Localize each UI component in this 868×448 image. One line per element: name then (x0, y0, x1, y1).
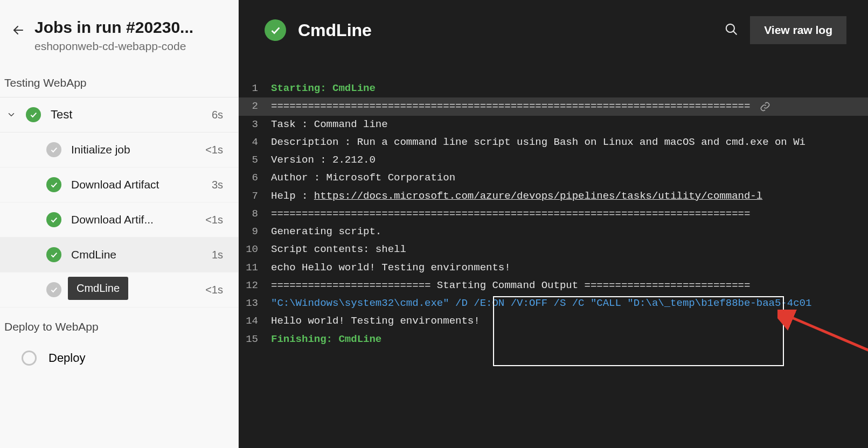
log-text: Script contents: shell (271, 241, 406, 258)
app-root: Jobs in run #20230... eshoponweb-cd-weba… (0, 0, 868, 448)
sidebar: Jobs in run #20230... eshoponweb-cd-weba… (0, 0, 239, 448)
line-number: 14 (239, 312, 271, 330)
step-row[interactable]: CmdLine1s (0, 237, 238, 272)
log-line[interactable]: 5Version : 2.212.0 (239, 151, 868, 169)
line-number: 3 (239, 116, 271, 134)
step-name: CmdLine (71, 248, 202, 261)
log-text: ========================================… (271, 205, 750, 223)
log-line[interactable]: 10Script contents: shell (239, 241, 868, 258)
log-line[interactable]: 9Generating script. (239, 223, 868, 241)
arrow-left-icon (12, 24, 25, 37)
line-number: 7 (239, 187, 271, 205)
log-line[interactable]: 12========================== Starting Co… (239, 277, 868, 295)
line-number: 10 (239, 241, 271, 258)
steps-list: Initialize job<1sDownload Artifact3sDown… (0, 132, 238, 307)
log-panel: CmdLine View raw log 1Starting: CmdLine2… (239, 0, 868, 448)
log-line[interactable]: 1Starting: CmdLine (239, 80, 868, 97)
log-line[interactable]: 6Author : Microsoft Corporation (239, 169, 868, 187)
line-number: 4 (239, 134, 271, 151)
line-number: 5 (239, 151, 271, 169)
svg-line-2 (734, 31, 737, 34)
log-text: ========================================… (271, 97, 750, 115)
step-duration: 3s (212, 179, 223, 191)
log-line[interactable]: 7Help : https://docs.microsoft.com/azure… (239, 187, 868, 205)
log-text: echo Hello world! Testing environments! (271, 259, 511, 277)
log-body[interactable]: 1Starting: CmdLine2=====================… (239, 58, 868, 448)
log-line[interactable]: 3Task : Command line (239, 116, 868, 134)
line-number: 1 (239, 80, 271, 97)
job-row-deploy[interactable]: Deploy (0, 341, 238, 375)
job-duration: 6s (212, 109, 223, 121)
step-duration: <1s (205, 214, 223, 226)
step-name: Download Artif... (71, 213, 196, 226)
job-name: Test (51, 108, 202, 122)
log-text: ========================== Starting Comm… (271, 277, 750, 295)
step-row[interactable]: Download Artifact3s (0, 167, 238, 202)
page-subtitle: eshoponweb-cd-webapp-code (34, 40, 223, 53)
line-number: 11 (239, 259, 271, 277)
search-icon (724, 22, 738, 36)
log-text: Finishing: CmdLine (271, 331, 381, 348)
stage-deploy-header[interactable]: Deploy to WebApp (0, 307, 238, 341)
step-duration: 1s (212, 249, 223, 261)
chevron-down-icon (6, 110, 16, 120)
log-line[interactable]: 4Description : Run a command line script… (239, 134, 868, 151)
link-icon[interactable] (760, 101, 770, 112)
step-row[interactable]: Download Artif...<1s (0, 202, 238, 237)
step-duration: <1s (205, 284, 223, 296)
log-title: CmdLine (298, 20, 712, 40)
log-line[interactable]: 14Hello world! Testing environments! (239, 312, 868, 330)
pending-icon (46, 282, 61, 297)
success-icon (46, 177, 61, 192)
line-number: 8 (239, 205, 271, 223)
log-line[interactable]: 13"C:\Windows\system32\cmd.exe" /D /E:ON… (239, 295, 868, 312)
log-text: "C:\Windows\system32\cmd.exe" /D /E:ON /… (271, 295, 811, 312)
log-text: Hello world! Testing environments! (271, 312, 480, 330)
line-number: 15 (239, 331, 271, 348)
log-line[interactable]: 11echo Hello world! Testing environments… (239, 259, 868, 277)
success-icon (265, 19, 286, 41)
step-row[interactable]: Initialize job<1s (0, 132, 238, 167)
back-button[interactable] (12, 24, 25, 39)
job-row-test[interactable]: Test 6s (0, 97, 238, 132)
line-number: 9 (239, 223, 271, 241)
success-icon (46, 212, 61, 227)
view-raw-log-button[interactable]: View raw log (750, 16, 846, 44)
line-number: 2 (239, 97, 271, 115)
log-text: Version : 2.212.0 (271, 151, 376, 169)
step-name: Download Artifact (71, 178, 202, 191)
search-button[interactable] (724, 22, 738, 38)
log-text: Author : Microsoft Corporation (271, 169, 455, 187)
log-text: Generating script. (271, 223, 381, 241)
deploy-job-name: Deploy (48, 351, 85, 365)
step-duration: <1s (205, 144, 223, 156)
line-number: 13 (239, 295, 271, 312)
pending-icon (22, 351, 37, 366)
log-line[interactable]: 15Finishing: CmdLine (239, 331, 868, 348)
step-row[interactable]: Post-job<1sCmdLine (0, 272, 238, 307)
success-icon (26, 107, 41, 122)
log-text: Description : Run a command line script … (271, 134, 805, 151)
pending-icon (46, 142, 61, 157)
stage-testing-header[interactable]: Testing WebApp (0, 65, 238, 97)
log-line[interactable]: 2=======================================… (239, 97, 868, 115)
line-number: 6 (239, 169, 271, 187)
line-number: 12 (239, 277, 271, 295)
log-text: Help : https://docs.microsoft.com/azure/… (271, 187, 762, 205)
step-name: Post-job (71, 283, 196, 296)
log-header: CmdLine View raw log (239, 0, 868, 58)
log-text: Starting: CmdLine (271, 80, 376, 97)
step-name: Initialize job (71, 143, 196, 156)
log-text: Task : Command line (271, 116, 388, 134)
page-title: Jobs in run #20230... (34, 18, 223, 37)
log-line[interactable]: 8=======================================… (239, 205, 868, 223)
sidebar-titles: Jobs in run #20230... eshoponweb-cd-weba… (34, 18, 223, 53)
sidebar-header: Jobs in run #20230... eshoponweb-cd-weba… (0, 0, 238, 65)
log-link[interactable]: https://docs.microsoft.com/azure/devops/… (314, 190, 762, 202)
success-icon (46, 247, 61, 262)
